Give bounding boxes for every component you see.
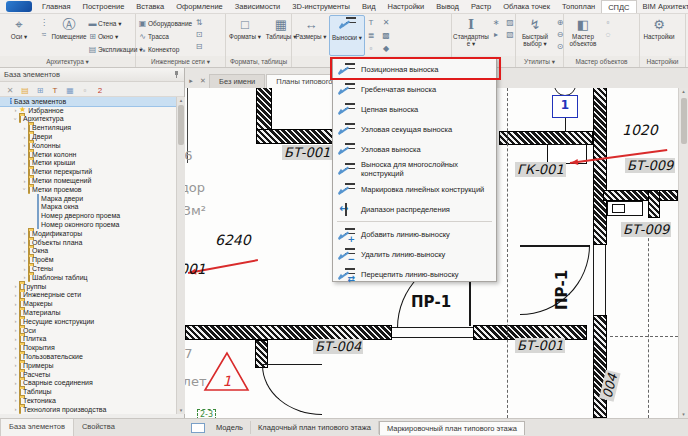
- expander-icon[interactable]: ›: [21, 230, 28, 236]
- ribbon-tab-Зависимости[interactable]: Зависимости: [229, 0, 287, 13]
- ribbon-tab-Облака точек[interactable]: Облака точек: [497, 0, 556, 13]
- menu-item-remove-leader-line[interactable]: −Удалить линию-выноску: [333, 244, 496, 264]
- ribbon-tab-Настройки[interactable]: Настройки: [382, 0, 431, 13]
- tree-item[interactable]: Номер дверного проема: [0, 211, 176, 220]
- wall-button[interactable]: ▬Стена ▾: [87, 17, 142, 30]
- doc-nav-icon[interactable]: ▸: [185, 77, 197, 85]
- menu-item-multilayer-leader[interactable]: Выноска для многослойных конструкций: [333, 159, 496, 179]
- ribbon-group-label[interactable]: Архитектура ▾: [0, 56, 135, 67]
- text-mark-icon[interactable]: Т: [365, 17, 377, 29]
- tree-item[interactable]: ›Сварные соединения: [0, 379, 176, 388]
- tree-item[interactable]: ›Метки проемов: [0, 185, 176, 194]
- tree-item[interactable]: ›Покрытия: [0, 343, 176, 352]
- tree-item[interactable]: ›Плитка: [0, 335, 176, 344]
- layout-tab[interactable]: Маркировочный план типового этажа: [379, 421, 525, 435]
- axis-node-icon[interactable]: ≈: [38, 29, 50, 41]
- expander-icon[interactable]: ›: [12, 292, 19, 298]
- expander-icon[interactable]: ›: [12, 310, 19, 316]
- expander-icon[interactable]: ›: [21, 257, 28, 263]
- tree-item[interactable]: ›Тектоника: [0, 396, 176, 405]
- tree-item[interactable]: ›Метки крыши: [0, 159, 176, 168]
- menu-item-rehook-leader-line[interactable]: ⇄Перецепить линию-выноску: [333, 264, 496, 284]
- scroll-thumb[interactable]: [178, 105, 184, 145]
- tree-item[interactable]: ›Примеры: [0, 361, 176, 370]
- tree-scrollbar[interactable]: ▴ ▾: [176, 97, 185, 414]
- quick-select-icon-button[interactable]: ↯Быстрый выбор ▾: [517, 15, 553, 56]
- expander-icon[interactable]: ›: [12, 389, 19, 395]
- shape-icon[interactable]: ◌: [602, 29, 614, 41]
- menu-item-distribution-range[interactable]: Диапазон распределения: [333, 199, 496, 219]
- preview-icon[interactable]: ▦: [64, 83, 76, 96]
- swap-icon[interactable]: ⇅: [193, 17, 205, 29]
- canvas-scrollbar[interactable]: ▴ ▾: [678, 88, 688, 418]
- text-marker-icon[interactable]: Т: [49, 83, 61, 96]
- box-icon[interactable]: ⊡: [193, 29, 205, 41]
- delete-icon[interactable]: ✕: [4, 83, 16, 96]
- app-logo-icon[interactable]: [6, 1, 32, 12]
- equipment-button[interactable]: ▣Оборудование: [137, 17, 192, 30]
- panel-icon[interactable]: ▫: [602, 17, 614, 29]
- expander-icon[interactable]: ›: [13, 115, 19, 122]
- expander-icon[interactable]: ›: [21, 178, 28, 184]
- tree-item[interactable]: ›Маркеры: [0, 299, 176, 308]
- expander-icon[interactable]: ›: [12, 318, 19, 324]
- menu-item-node-section-leader[interactable]: Узловая секущая выноска: [333, 119, 496, 139]
- tree-item[interactable]: ›Таблицы: [0, 387, 176, 396]
- open-folder-icon[interactable]: ▤: [19, 83, 31, 96]
- tree-item[interactable]: !База элементов: [0, 97, 176, 106]
- ribbon-tab-Вставка[interactable]: Вставка: [130, 0, 170, 13]
- tree-item[interactable]: ›Метки перекрытий: [0, 167, 176, 176]
- frame-mark-icon[interactable]: ▫: [365, 43, 377, 55]
- expander-icon[interactable]: ›: [12, 354, 19, 360]
- tree-item[interactable]: ›Инженерные сети: [0, 291, 176, 300]
- connector-button[interactable]: ↘Коннектор: [137, 43, 192, 56]
- menu-item-comb-leader[interactable]: Гребенчатая выноска: [333, 79, 496, 99]
- window-button[interactable]: ⊞Окно ▾: [87, 30, 142, 43]
- scroll-down-icon[interactable]: ▾: [679, 411, 688, 417]
- menu-item-node-leader[interactable]: Узловая выноска: [333, 139, 496, 159]
- ribbon-tab-Вывод[interactable]: Вывод: [430, 0, 465, 13]
- expander-icon[interactable]: ›: [12, 107, 19, 113]
- expander-icon[interactable]: ›: [21, 151, 28, 157]
- sidebar-tab-elements[interactable]: База элементов: [0, 419, 74, 436]
- tree-item[interactable]: ›Колонны: [0, 141, 176, 150]
- tree-item[interactable]: Номер оконного проема: [0, 220, 176, 229]
- fastener-icon[interactable]: ∗: [490, 17, 502, 29]
- doc-close-icon[interactable]: ✕: [197, 77, 209, 85]
- expander-icon[interactable]: ›: [12, 406, 19, 412]
- fragment-icon[interactable]: ▧: [504, 29, 516, 41]
- ribbon-tab-BIM Архитектура[interactable]: BIM Архитектура: [637, 0, 688, 13]
- scroll-thumb[interactable]: [681, 98, 687, 144]
- layout-list-icon[interactable]: [191, 423, 205, 433]
- document-tab[interactable]: Без имени: [209, 74, 265, 88]
- tree-item[interactable]: ›Группы: [0, 282, 176, 291]
- gear-icon-button[interactable]: ⚙Настройки: [641, 15, 677, 56]
- expander-icon[interactable]: ›: [21, 160, 28, 166]
- explication-button[interactable]: ▤Экспликации ▾: [87, 43, 142, 56]
- route-button[interactable]: ∿Трасса: [137, 30, 192, 43]
- tree-item[interactable]: ›Шаблоны таблиц: [0, 273, 176, 282]
- tree-item[interactable]: Марка окна: [0, 203, 176, 212]
- expander-icon[interactable]: ›: [21, 248, 28, 254]
- tree-item[interactable]: ›Объекты плана: [0, 238, 176, 247]
- expander-icon[interactable]: ›: [12, 345, 19, 351]
- tree-item[interactable]: ›Оси: [0, 326, 176, 335]
- tree-item[interactable]: ›Проём: [0, 255, 176, 264]
- sidebar-tab-properties[interactable]: Свойства: [74, 419, 123, 436]
- leaders-icon-button[interactable]: Выноски ▾: [329, 15, 365, 56]
- ribbon-tab-СПДС[interactable]: СПДС: [601, 0, 636, 13]
- add-element-icon[interactable]: ⊞: [34, 83, 46, 96]
- column-grid-icon[interactable]: ⋮: [38, 17, 50, 29]
- strike-icon[interactable]: ✕: [380, 17, 392, 29]
- dimensions-icon-button[interactable]: ↔Размеры ▾: [293, 15, 329, 56]
- tree-item[interactable]: ›Технология производства: [0, 405, 176, 414]
- frame-icon[interactable]: ▫: [79, 83, 91, 96]
- expander-icon[interactable]: ›: [12, 327, 19, 333]
- tree-item[interactable]: ›Вентиляция: [0, 123, 176, 132]
- tree-item[interactable]: ›Двери: [0, 132, 176, 141]
- expander-icon[interactable]: ›: [12, 336, 19, 342]
- room-icon-button[interactable]: ⒶПомещение: [51, 15, 87, 56]
- ribbon-group-label[interactable]: Утилиты ▾: [516, 56, 563, 67]
- expander-icon[interactable]: ›: [21, 134, 28, 140]
- expander-icon[interactable]: ›: [12, 283, 19, 289]
